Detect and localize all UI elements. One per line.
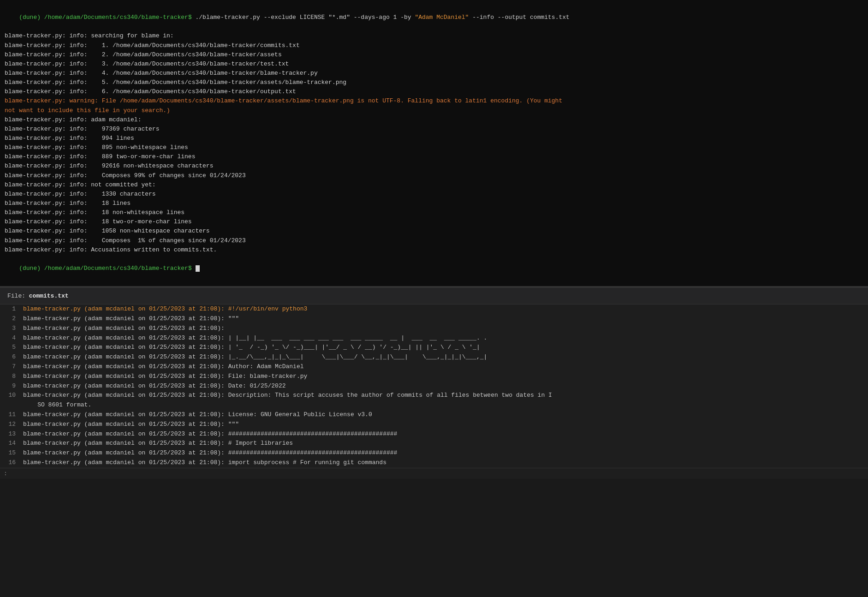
table-row: 2 blame-tracker.py (adam mcdaniel on 01/… [0, 314, 868, 324]
term-line-adam: blame-tracker.py: info: adam mcdaniel: [5, 115, 863, 125]
file-viewer-panel: File: commits.txt 1 blame-tracker.py (ad… [0, 288, 868, 479]
line-content: SO 8601 format. [23, 400, 868, 410]
term-line-chars: blame-tracker.py: info: 97369 characters [5, 125, 863, 134]
term-line-warning: blame-tracker.py: warning: File /home/ad… [5, 96, 863, 106]
term-line-4: blame-tracker.py: info: 4. /home/adam/Do… [5, 69, 863, 78]
line-number: 14 [0, 439, 23, 448]
line-number [0, 400, 23, 410]
table-row: 6 blame-tracker.py (adam mcdaniel on 01/… [0, 352, 868, 362]
line-number: 9 [0, 382, 23, 391]
term-line-search: blame-tracker.py: info: searching for bl… [5, 31, 863, 41]
command-text: ./blame-tracker.py --exclude LICENSE "*.… [192, 14, 415, 21]
table-row: 16 blame-tracker.py (adam mcdaniel on 01… [0, 458, 868, 468]
term-line-composes99: blame-tracker.py: info: Composes 99% of … [5, 171, 863, 180]
line-number: 7 [0, 362, 23, 372]
table-row: 11 blame-tracker.py (adam mcdaniel on 01… [0, 410, 868, 420]
table-row: 5 blame-tracker.py (adam mcdaniel on 01/… [0, 343, 868, 352]
table-row: 12 blame-tracker.py (adam mcdaniel on 01… [0, 420, 868, 430]
term-line-5: blame-tracker.py: info: 5. /home/adam/Do… [5, 78, 863, 87]
term-line-1330: blame-tracker.py: info: 1330 characters [5, 190, 863, 199]
table-row: 4 blame-tracker.py (adam mcdaniel on 01/… [0, 334, 868, 343]
line-number: 10 [0, 391, 23, 400]
term-line-warning2: not want to include this file in your se… [5, 106, 863, 115]
prompt2-text: (dune) /home/adam/Documents/cs340/blame-… [19, 265, 191, 272]
file-name: commits.txt [29, 293, 69, 299]
table-row-continuation: SO 8601 format. [0, 400, 868, 410]
line-content: blame-tracker.py (adam mcdaniel on 01/25… [23, 372, 868, 382]
author-arg: "Adam McDaniel" [415, 14, 469, 21]
line-number: 13 [0, 430, 23, 439]
line-content: blame-tracker.py (adam mcdaniel on 01/25… [23, 334, 868, 343]
line-number: 5 [0, 343, 23, 352]
line-content: blame-tracker.py (adam mcdaniel on 01/25… [23, 324, 868, 334]
line-content: blame-tracker.py (adam mcdaniel on 01/25… [23, 391, 868, 400]
table-row: 10 blame-tracker.py (adam mcdaniel on 01… [0, 391, 868, 400]
table-row: 15 blame-tracker.py (adam mcdaniel on 01… [0, 448, 868, 458]
term-line-1: blame-tracker.py: info: 1. /home/adam/Do… [5, 41, 863, 50]
line-content: blame-tracker.py (adam mcdaniel on 01/25… [23, 352, 868, 362]
line-number: 1 [0, 304, 23, 314]
prompt-line-2: (dune) /home/adam/Documents/cs340/blame-… [5, 255, 863, 282]
terminal-panel: (dune) /home/adam/Documents/cs340/blame-… [0, 0, 868, 288]
bottom-bar: : [0, 468, 868, 479]
line-number: 12 [0, 420, 23, 430]
line-content: blame-tracker.py (adam mcdaniel on 01/25… [23, 343, 868, 352]
file-label: File: [7, 293, 29, 299]
table-row: 13 blame-tracker.py (adam mcdaniel on 01… [0, 430, 868, 439]
line-number: 3 [0, 324, 23, 334]
file-header: File: commits.txt [0, 288, 868, 304]
cursor-space [192, 265, 196, 272]
prompt-prefix: (dune) /home/adam/Documents/cs340/blame-… [19, 14, 191, 21]
table-row: 9 blame-tracker.py (adam mcdaniel on 01/… [0, 382, 868, 391]
file-content-area[interactable]: 1 blame-tracker.py (adam mcdaniel on 01/… [0, 304, 868, 468]
term-line-3: blame-tracker.py: info: 3. /home/adam/Do… [5, 60, 863, 69]
line-content: blame-tracker.py (adam mcdaniel on 01/25… [23, 382, 868, 391]
term-line-twoormore: blame-tracker.py: info: 889 two-or-more-… [5, 152, 863, 161]
line-number: 4 [0, 334, 23, 343]
command-end: --info --output commits.txt [469, 14, 569, 21]
term-line-accusations: blame-tracker.py: info: Accusations writ… [5, 245, 863, 255]
term-line-6: blame-tracker.py: info: 6. /home/adam/Do… [5, 87, 863, 96]
term-line-18lines: blame-tracker.py: info: 18 lines [5, 199, 863, 208]
line-number: 2 [0, 314, 23, 324]
bottom-bar-text: : [4, 470, 7, 477]
line-number: 8 [0, 372, 23, 382]
term-line-18nonws: blame-tracker.py: info: 18 non-whitespac… [5, 208, 863, 217]
line-number: 11 [0, 410, 23, 420]
command-line: (dune) /home/adam/Documents/cs340/blame-… [5, 4, 863, 31]
line-content: blame-tracker.py (adam mcdaniel on 01/25… [23, 420, 868, 430]
table-row: 3 blame-tracker.py (adam mcdaniel on 01/… [0, 324, 868, 334]
term-line-18two: blame-tracker.py: info: 18 two-or-more-c… [5, 217, 863, 227]
line-content: blame-tracker.py (adam mcdaniel on 01/25… [23, 410, 868, 420]
line-number: 6 [0, 352, 23, 362]
term-line-composes1: blame-tracker.py: info: Composes 1% of c… [5, 236, 863, 245]
table-row: 14 blame-tracker.py (adam mcdaniel on 01… [0, 439, 868, 448]
line-content: blame-tracker.py (adam mcdaniel on 01/25… [23, 439, 868, 448]
term-line-1058: blame-tracker.py: info: 1058 non-whitesp… [5, 227, 863, 236]
line-number: 16 [0, 458, 23, 468]
line-content: blame-tracker.py (adam mcdaniel on 01/25… [23, 458, 868, 468]
term-line-nonwschars: blame-tracker.py: info: 92616 non-whites… [5, 161, 863, 171]
line-number: 15 [0, 448, 23, 458]
table-row: 8 blame-tracker.py (adam mcdaniel on 01/… [0, 372, 868, 382]
term-line-2: blame-tracker.py: info: 2. /home/adam/Do… [5, 50, 863, 60]
line-content: blame-tracker.py (adam mcdaniel on 01/25… [23, 304, 868, 314]
line-content: blame-tracker.py (adam mcdaniel on 01/25… [23, 430, 868, 439]
line-content: blame-tracker.py (adam mcdaniel on 01/25… [23, 362, 868, 372]
line-content: blame-tracker.py (adam mcdaniel on 01/25… [23, 314, 868, 324]
table-row: 7 blame-tracker.py (adam mcdaniel on 01/… [0, 362, 868, 372]
term-line-lines: blame-tracker.py: info: 994 lines [5, 134, 863, 143]
terminal-cursor [196, 265, 200, 272]
line-content: blame-tracker.py (adam mcdaniel on 01/25… [23, 448, 868, 458]
term-line-nonws: blame-tracker.py: info: 895 non-whitespa… [5, 143, 863, 152]
term-line-notcommit: blame-tracker.py: info: not committed ye… [5, 180, 863, 190]
table-row: 1 blame-tracker.py (adam mcdaniel on 01/… [0, 304, 868, 314]
